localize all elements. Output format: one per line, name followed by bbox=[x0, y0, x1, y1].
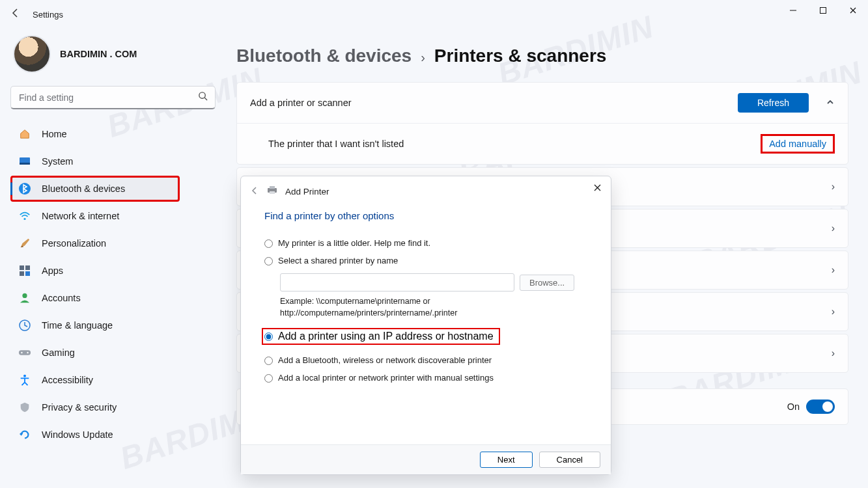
option-label: Add a Bluetooth, wireless or network dis… bbox=[278, 355, 492, 365]
dialog-title: Add Printer bbox=[285, 187, 329, 197]
svg-rect-10 bbox=[20, 271, 24, 276]
radio-bt[interactable] bbox=[264, 357, 273, 365]
chevron-right-icon: › bbox=[832, 347, 835, 359]
radio-older[interactable] bbox=[264, 239, 273, 248]
avatar bbox=[13, 35, 51, 73]
close-button[interactable] bbox=[838, 0, 868, 21]
home-icon bbox=[18, 128, 31, 141]
chevron-right-icon: › bbox=[832, 223, 835, 234]
nav-network[interactable]: Network & internet bbox=[10, 203, 217, 229]
bluetooth-icon bbox=[18, 182, 31, 195]
nav-label: Network & internet bbox=[42, 211, 119, 221]
option-older-printer[interactable]: My printer is a little older. Help me fi… bbox=[264, 238, 587, 248]
shared-printer-input[interactable] bbox=[280, 273, 514, 291]
option-shared-printer[interactable]: Select a shared printer by name bbox=[264, 256, 587, 265]
wifi-icon bbox=[18, 210, 31, 223]
chevron-right-icon: › bbox=[832, 181, 835, 193]
nav-windows-update[interactable]: Windows Update bbox=[10, 422, 217, 448]
option-bluetooth-wireless[interactable]: Add a Bluetooth, wireless or network dis… bbox=[264, 355, 587, 365]
chevron-right-icon: › bbox=[832, 264, 835, 276]
dialog-heading: Find a printer by other options bbox=[264, 210, 587, 221]
nav-label: Apps bbox=[42, 265, 63, 276]
svg-rect-5 bbox=[20, 163, 30, 165]
gamepad-icon bbox=[18, 346, 31, 359]
profile-name: BARDIMIN . COM bbox=[60, 49, 137, 59]
nav-label: Gaming bbox=[42, 347, 75, 358]
search-input[interactable] bbox=[10, 86, 216, 109]
cancel-button[interactable]: Cancel bbox=[539, 452, 600, 468]
refresh-button[interactable]: Refresh bbox=[738, 93, 809, 113]
chevron-up-icon[interactable] bbox=[826, 98, 835, 109]
svg-rect-14 bbox=[19, 350, 31, 355]
add-manually-link[interactable]: Add manually bbox=[761, 134, 835, 154]
profile[interactable]: BARDIMIN . COM bbox=[10, 35, 217, 73]
svg-point-16 bbox=[27, 352, 28, 353]
option-label: Add a local printer or network printer w… bbox=[278, 373, 494, 383]
titlebar: Settings bbox=[0, 0, 868, 29]
add-printer-card: Add a printer or scanner Refresh The pri… bbox=[236, 82, 848, 165]
search-box[interactable] bbox=[10, 86, 216, 109]
radio-shared[interactable] bbox=[264, 257, 273, 265]
radio-ip[interactable] bbox=[264, 332, 273, 341]
add-printer-dialog: Add Printer Find a printer by other opti… bbox=[240, 176, 611, 475]
nav-label: Time & language bbox=[42, 320, 113, 331]
nav-label: System bbox=[42, 156, 73, 167]
nav-time-language[interactable]: Time & language bbox=[10, 312, 217, 338]
chevron-right-icon: › bbox=[832, 306, 835, 318]
window-controls bbox=[778, 0, 868, 21]
maximize-button[interactable] bbox=[808, 0, 838, 21]
svg-rect-20 bbox=[270, 191, 275, 194]
nav-accounts[interactable]: Accounts bbox=[10, 285, 217, 311]
nav: Home System Bluetooth & devices Network … bbox=[10, 121, 217, 448]
shared-example: Example: \\computername\printername or h… bbox=[280, 295, 501, 319]
nav-label: Personalization bbox=[42, 238, 106, 249]
option-ip-hostname[interactable]: Add a printer using an IP address or hos… bbox=[262, 328, 500, 345]
option-label: Select a shared printer by name bbox=[278, 256, 398, 265]
person-icon bbox=[18, 291, 31, 305]
accessibility-icon bbox=[18, 373, 31, 386]
nav-apps[interactable]: Apps bbox=[10, 258, 217, 284]
nav-personalization[interactable]: Personalization bbox=[10, 230, 217, 256]
option-label: Add a printer using an IP address or hos… bbox=[278, 331, 494, 342]
system-icon bbox=[18, 155, 31, 168]
page-title: Printers & scanners bbox=[434, 46, 607, 66]
clock-icon bbox=[18, 319, 31, 332]
radio-local[interactable] bbox=[264, 374, 273, 383]
svg-rect-11 bbox=[25, 271, 30, 276]
svg-point-15 bbox=[21, 352, 22, 353]
not-listed-label: The printer that I want isn't listed bbox=[268, 139, 404, 149]
nav-label: Windows Update bbox=[42, 429, 113, 440]
chevron-right-icon: › bbox=[421, 50, 425, 65]
default-printer-toggle[interactable] bbox=[806, 400, 835, 414]
svg-point-12 bbox=[22, 293, 27, 298]
browse-button[interactable]: Browse... bbox=[520, 275, 574, 291]
apps-icon bbox=[18, 264, 31, 277]
nav-label: Bluetooth & devices bbox=[42, 183, 125, 194]
breadcrumb-level1[interactable]: Bluetooth & devices bbox=[236, 46, 412, 66]
svg-rect-19 bbox=[270, 186, 275, 189]
next-button[interactable]: Next bbox=[480, 452, 533, 468]
dialog-back-button[interactable] bbox=[250, 186, 259, 197]
svg-point-6 bbox=[19, 183, 31, 195]
nav-bluetooth-devices[interactable]: Bluetooth & devices bbox=[10, 176, 180, 202]
nav-label: Home bbox=[42, 129, 67, 139]
nav-accessibility[interactable]: Accessibility bbox=[10, 367, 217, 393]
add-printer-row: Add a printer or scanner Refresh bbox=[237, 83, 848, 123]
nav-label: Accessibility bbox=[42, 375, 93, 385]
search-icon bbox=[198, 91, 208, 103]
toggle-state-label: On bbox=[787, 401, 800, 412]
svg-rect-8 bbox=[20, 265, 24, 270]
nav-system[interactable]: System bbox=[10, 148, 217, 174]
svg-line-3 bbox=[204, 98, 207, 100]
printer-icon bbox=[266, 185, 279, 197]
minimize-button[interactable] bbox=[778, 0, 808, 21]
svg-point-17 bbox=[23, 375, 26, 377]
back-button[interactable] bbox=[7, 8, 25, 21]
nav-gaming[interactable]: Gaming bbox=[10, 340, 217, 366]
nav-privacy[interactable]: Privacy & security bbox=[10, 394, 217, 420]
option-local-manual[interactable]: Add a local printer or network printer w… bbox=[264, 373, 587, 383]
svg-point-2 bbox=[199, 92, 205, 98]
nav-home[interactable]: Home bbox=[10, 121, 217, 147]
dialog-close-button[interactable] bbox=[593, 183, 602, 194]
option-label: My printer is a little older. Help me fi… bbox=[278, 238, 430, 248]
